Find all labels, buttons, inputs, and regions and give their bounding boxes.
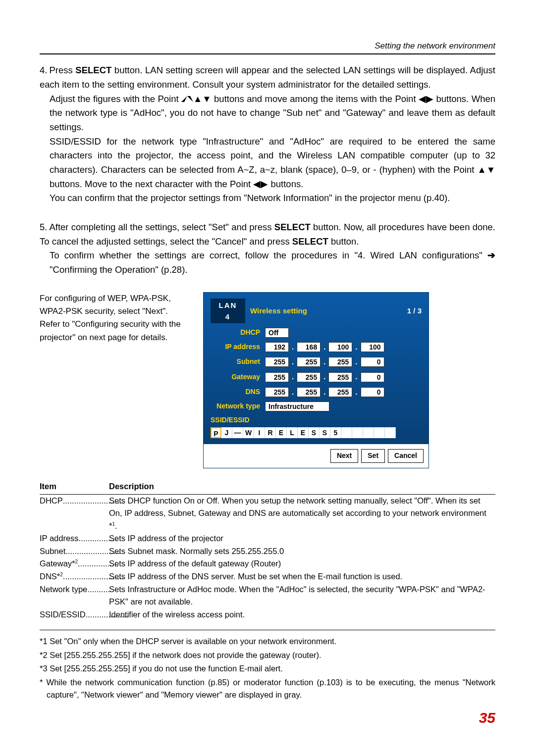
row-description: Sets IP address of the DNS server. Must … bbox=[109, 570, 495, 583]
table-row: SSID/ESSID...................Identifier … bbox=[40, 608, 495, 621]
ip-octet-3[interactable]: 100 bbox=[328, 342, 352, 352]
right-arrow-icon: ➔ bbox=[487, 250, 495, 260]
network-type-label: Network type bbox=[211, 401, 265, 412]
ssid-char[interactable]: I bbox=[254, 427, 265, 438]
step4-p2-b: buttons and move among the items with th… bbox=[214, 94, 419, 104]
ssid-char[interactable]: E bbox=[276, 427, 287, 438]
dns-octet-3[interactable]: 255 bbox=[328, 387, 352, 397]
dhcp-label: DHCP bbox=[211, 327, 265, 338]
ssid-char[interactable] bbox=[341, 427, 352, 438]
ip-octet-1[interactable]: 192 bbox=[265, 342, 289, 352]
security-config-note: For configuring of WEP, WPA-PSK, WPA2-PS… bbox=[40, 292, 188, 468]
row-item-name: SSID/ESSID bbox=[40, 608, 86, 621]
footnote-1: *1 Set "On" only when the DHCP server is… bbox=[40, 635, 495, 648]
ssid-char[interactable] bbox=[352, 427, 363, 438]
cancel-button[interactable]: Cancel bbox=[388, 449, 424, 463]
subnet-octet-1[interactable]: 255 bbox=[265, 357, 289, 367]
svg-marker-0 bbox=[181, 96, 187, 102]
up-down-triangle-icon-2: ▲▼ bbox=[477, 165, 495, 175]
table-row: DHCP...........................Sets DHCP… bbox=[40, 495, 495, 533]
subnet-octet-2[interactable]: 255 bbox=[297, 357, 321, 367]
footnotes: *1 Set "On" only when the DHCP server is… bbox=[40, 635, 495, 702]
row-item-name: DHCP bbox=[40, 495, 63, 507]
col-header-item: Item bbox=[40, 480, 109, 493]
step4-p3: SSID/ESSID for the network type "Infrast… bbox=[50, 136, 495, 175]
row-description: Sets IP address of the projector bbox=[109, 532, 495, 545]
footnote-3: *3 Set [255.255.255.255] if you do not u… bbox=[40, 662, 495, 675]
wireless-setting-title: Wireless setting bbox=[250, 305, 407, 316]
row-item-name: DNS*2 bbox=[40, 570, 63, 583]
page-indicator: 1 / 3 bbox=[407, 305, 422, 316]
row-item-name: Subnet bbox=[40, 545, 65, 558]
step5-p1-d: SELECT bbox=[292, 236, 328, 247]
network-type-value[interactable]: Infrastructure bbox=[265, 402, 329, 411]
row-description: Sets DHCP function On or Off. When you s… bbox=[109, 495, 495, 533]
step4-p3-b: buttons. Move to the next character with… bbox=[50, 179, 253, 189]
section-header: Setting the network environment bbox=[40, 40, 495, 54]
step5-p2-b: "Confirming the Operation" (p.28). bbox=[50, 264, 187, 275]
row-item-name: IP address bbox=[40, 532, 79, 545]
ssid-char[interactable]: R bbox=[265, 427, 276, 438]
step5-p1-a: After completing all the settings, selec… bbox=[49, 222, 274, 232]
ssid-char[interactable] bbox=[385, 427, 396, 438]
up-down-triangle-icon: ▲▼ bbox=[181, 95, 212, 104]
step5-p2-a: To confirm whether the settings are corr… bbox=[50, 250, 487, 260]
ssid-char[interactable]: E bbox=[298, 427, 309, 438]
step-number-5: 5. bbox=[40, 220, 47, 235]
gateway-octet-1[interactable]: 255 bbox=[265, 372, 289, 382]
dns-octet-1[interactable]: 255 bbox=[265, 387, 289, 397]
ssid-label: SSID/ESSID bbox=[211, 415, 422, 426]
step5-p1-b: SELECT bbox=[274, 222, 311, 232]
subnet-octet-4[interactable]: 0 bbox=[361, 357, 384, 367]
ip-address-label: IP address bbox=[211, 342, 265, 353]
ssid-char[interactable]: P bbox=[211, 427, 221, 438]
ssid-char[interactable]: — bbox=[232, 427, 243, 438]
subnet-octet-3[interactable]: 255 bbox=[328, 357, 352, 367]
ssid-char[interactable] bbox=[363, 427, 374, 438]
divider bbox=[40, 630, 495, 630]
page-number: 35 bbox=[40, 706, 495, 730]
dns-octet-4[interactable]: 0 bbox=[361, 387, 384, 397]
dhcp-value[interactable]: Off bbox=[265, 328, 289, 338]
item-description-table: Item Description DHCP...................… bbox=[40, 480, 495, 621]
step-4: 4. Press SELECT button. LAN setting scre… bbox=[40, 63, 495, 205]
row-description: Identifier of the wireless access point. bbox=[109, 608, 495, 621]
gateway-octet-4[interactable]: 0 bbox=[361, 372, 384, 382]
ssid-char[interactable]: S bbox=[320, 427, 330, 438]
row-item-name: Network type bbox=[40, 583, 87, 596]
next-button[interactable]: Next bbox=[330, 449, 358, 463]
ip-octet-4[interactable]: 100 bbox=[361, 342, 384, 352]
gateway-octet-2[interactable]: 255 bbox=[297, 372, 321, 382]
table-row: Network type..........Sets Infrastructur… bbox=[40, 583, 495, 608]
dns-octet-2[interactable]: 255 bbox=[297, 387, 321, 397]
gateway-label: Gateway bbox=[211, 372, 265, 383]
svg-marker-1 bbox=[187, 96, 193, 102]
ssid-char[interactable] bbox=[374, 427, 385, 438]
dns-label: DNS bbox=[211, 387, 265, 398]
step-number-4: 4. bbox=[40, 63, 47, 78]
leader-dots: .......... bbox=[87, 583, 110, 596]
step4-p3-c: buttons. bbox=[270, 179, 303, 189]
row-description: Sets IP address of the default gateway (… bbox=[109, 557, 495, 570]
step-5: 5. After completing all the settings, se… bbox=[40, 220, 495, 277]
ssid-char[interactable]: S bbox=[309, 427, 320, 438]
table-row: IP address.................Sets IP addre… bbox=[40, 532, 495, 545]
table-row: Subnet........................Sets Subne… bbox=[40, 545, 495, 558]
col-header-description: Description bbox=[109, 480, 154, 493]
ip-octet-2[interactable]: 168 bbox=[297, 342, 321, 352]
ssid-char[interactable]: 5 bbox=[330, 427, 341, 438]
gateway-octet-3[interactable]: 255 bbox=[328, 372, 352, 382]
table-row: Gateway*2..................Sets IP addre… bbox=[40, 557, 495, 570]
step5-p1-e: button. bbox=[328, 236, 359, 247]
step4-p1-a: Press bbox=[49, 65, 75, 75]
set-button[interactable]: Set bbox=[361, 449, 385, 463]
ssid-char[interactable]: L bbox=[287, 427, 298, 438]
subnet-label: Subnet bbox=[211, 356, 265, 367]
footnote-4: * While the network communication functi… bbox=[40, 676, 495, 702]
ssid-input-row[interactable]: P J — W I R E L E S S 5 bbox=[211, 427, 422, 438]
ssid-char[interactable]: J bbox=[221, 427, 232, 438]
ssid-char[interactable]: W bbox=[243, 427, 254, 438]
left-right-triangle-icon-2: ◀▶ bbox=[253, 180, 268, 189]
row-description: Sets Infrastructure or AdHoc mode. When … bbox=[109, 583, 495, 608]
step4-p1-b: SELECT bbox=[75, 65, 111, 75]
